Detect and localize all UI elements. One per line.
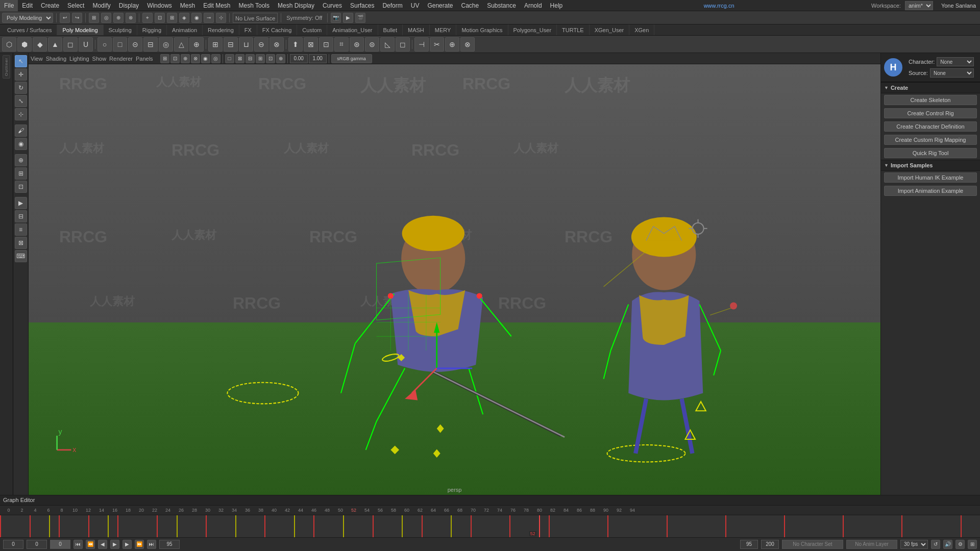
mirror-icon[interactable]: ⊣ bbox=[414, 37, 429, 52]
camera-icon[interactable]: 📷 bbox=[331, 13, 341, 23]
snap-view-btn[interactable]: ⊡ bbox=[15, 181, 27, 193]
menu-file[interactable]: File bbox=[0, 0, 18, 11]
fill-hole-icon[interactable]: ⊡ bbox=[319, 37, 333, 52]
poly-cube-icon[interactable]: □ bbox=[113, 37, 127, 52]
quad-icon[interactable]: ◻ bbox=[396, 37, 410, 52]
shelf-tab-sculpting[interactable]: Sculpting bbox=[104, 24, 137, 36]
separate-icon[interactable]: ⊟ bbox=[224, 37, 238, 52]
poly-plane-icon[interactable]: ⊟ bbox=[143, 37, 158, 52]
render-icon[interactable]: ▶ bbox=[343, 13, 353, 23]
import-animation-btn[interactable]: Import Animation Example bbox=[884, 186, 977, 196]
vp-menu-lighting[interactable]: Lighting bbox=[69, 56, 89, 62]
vp-color-space[interactable]: sRGB gamma bbox=[331, 54, 372, 63]
subdiv-icon[interactable]: ⊛ bbox=[350, 37, 364, 52]
import-section-header[interactable]: ▼ Import Samples bbox=[881, 160, 980, 171]
shelf-tab-fx[interactable]: FX bbox=[239, 24, 257, 36]
shelf-tab-animation-user[interactable]: Animation_User bbox=[327, 24, 378, 36]
channel-btn[interactable]: ⊠ bbox=[15, 237, 27, 249]
layer-btn[interactable]: ⊟ bbox=[15, 210, 27, 222]
vp-icon-4[interactable]: ⊗ bbox=[191, 54, 200, 63]
no-anim-layer-btn[interactable]: No Anim Layer bbox=[846, 540, 897, 549]
timeline-tracks[interactable]: 52 bbox=[0, 515, 980, 537]
bridge-icon[interactable]: ⊠ bbox=[304, 37, 318, 52]
shelf-tab-turtle[interactable]: TURTLE bbox=[557, 24, 590, 36]
shelf-tab-bullet[interactable]: Bullet bbox=[378, 24, 403, 36]
vp-icon-1[interactable]: ⊞ bbox=[160, 54, 169, 63]
create-section-header[interactable]: ▼ Create bbox=[881, 82, 980, 93]
snap-icon-5[interactable]: ◉ bbox=[191, 13, 202, 23]
menu-curves[interactable]: Curves bbox=[318, 0, 346, 11]
menu-create[interactable]: Create bbox=[37, 0, 63, 11]
snap-icon-3[interactable]: ⊞ bbox=[167, 13, 177, 23]
end-frame-input[interactable] bbox=[159, 540, 180, 549]
vp-menu-panels[interactable]: Panels bbox=[136, 56, 153, 62]
next-frame-btn[interactable]: ⏩ bbox=[135, 540, 144, 549]
rotate-tool-btn[interactable]: ↻ bbox=[15, 82, 27, 94]
render-btn[interactable]: ▶ bbox=[15, 197, 27, 209]
import-human-ik-btn[interactable]: Import Human IK Example bbox=[884, 172, 977, 183]
create-character-definition-btn[interactable]: Create Character Definition bbox=[884, 121, 977, 132]
vp-icon-3[interactable]: ⊕ bbox=[181, 54, 190, 63]
fps-select[interactable]: 30 fps 24 fps 60 fps bbox=[900, 540, 928, 549]
select-face-icon[interactable]: ◻ bbox=[63, 37, 78, 52]
extrude-icon[interactable]: ⬆ bbox=[288, 37, 303, 52]
vp-icon-9[interactable]: ⊟ bbox=[246, 54, 255, 63]
menu-substance[interactable]: Substance bbox=[483, 0, 520, 11]
create-control-rig-btn[interactable]: Create Control Rig bbox=[884, 108, 977, 118]
vp-icon-10[interactable]: ⊞ bbox=[256, 54, 265, 63]
vp-icon-11[interactable]: ⊡ bbox=[266, 54, 275, 63]
menu-windows[interactable]: Windows bbox=[143, 0, 176, 11]
timeline-numbers[interactable]: 0 2 4 6 8 10 12 14 16 18 20 22 24 26 28 … bbox=[0, 506, 980, 515]
shelf-tab-motion-graphics[interactable]: Motion Graphics bbox=[456, 24, 508, 36]
vp-icon-7[interactable]: □ bbox=[225, 54, 234, 63]
shelf-tab-mery[interactable]: MERY bbox=[430, 24, 457, 36]
menu-help[interactable]: Help bbox=[546, 0, 567, 11]
shelf-tab-custom[interactable]: Custom bbox=[297, 24, 327, 36]
character-select[interactable]: None bbox=[937, 57, 974, 66]
snap-icon-6[interactable]: ⊸ bbox=[204, 13, 214, 23]
go-start-btn[interactable]: ⏮ bbox=[74, 540, 83, 549]
select-all-icon[interactable]: ⬡ bbox=[2, 37, 16, 52]
workspace-select[interactable]: anim* bbox=[905, 1, 933, 10]
transform-tool-btn[interactable]: ⊹ bbox=[15, 108, 27, 120]
vp-menu-view[interactable]: View bbox=[31, 56, 43, 62]
snap-icon-1[interactable]: ⌖ bbox=[142, 13, 153, 23]
shelf-tab-fx-caching[interactable]: FX Caching bbox=[257, 24, 297, 36]
vp-icon-8[interactable]: ⊠ bbox=[235, 54, 244, 63]
menu-mesh[interactable]: Mesh bbox=[176, 0, 199, 11]
anim-icon[interactable]: 🎬 bbox=[355, 13, 365, 23]
play-btn[interactable]: ▶ bbox=[110, 540, 119, 549]
create-custom-rig-mapping-btn[interactable]: Create Custom Rig Mapping bbox=[884, 135, 977, 145]
shelf-tab-mash[interactable]: MASH bbox=[403, 24, 430, 36]
soft-select-btn[interactable]: ◉ bbox=[15, 138, 27, 150]
shelf-tab-xgen[interactable]: XGen bbox=[629, 24, 654, 36]
boolean-intersection-icon[interactable]: ⊗ bbox=[270, 37, 284, 52]
tool-icon-4[interactable]: ⊗ bbox=[126, 13, 136, 23]
create-skeleton-btn[interactable]: Create Skeleton bbox=[884, 95, 977, 105]
cut-icon[interactable]: ✂ bbox=[430, 37, 444, 52]
menu-mesh-display[interactable]: Mesh Display bbox=[274, 0, 318, 11]
poly-disk-icon[interactable]: ⊕ bbox=[189, 37, 204, 52]
smooth-icon[interactable]: ⌗ bbox=[334, 37, 349, 52]
select-vertex-icon[interactable]: ◆ bbox=[33, 37, 47, 52]
vp-icon-6[interactable]: ◎ bbox=[211, 54, 220, 63]
weld-icon[interactable]: ⊕ bbox=[445, 37, 459, 52]
vp-icon-5[interactable]: ◉ bbox=[201, 54, 210, 63]
viewport-sync-btn[interactable]: ⊞ bbox=[968, 540, 977, 549]
quick-rig-tool-btn[interactable]: Quick Rig Tool bbox=[884, 148, 977, 158]
poly-cone-icon[interactable]: △ bbox=[174, 37, 188, 52]
prev-key-input[interactable] bbox=[27, 540, 47, 549]
shelf-tab-curves-surfaces[interactable]: Curves / Surfaces bbox=[2, 24, 57, 36]
range-end-input[interactable] bbox=[740, 540, 758, 549]
vp-menu-renderer[interactable]: Renderer bbox=[109, 56, 133, 62]
poly-sphere-icon[interactable]: ○ bbox=[97, 37, 112, 52]
viewport-canvas[interactable]: RRCG 人人素材 RRCG 人人素材 RRCG 人人素材 人人素材 RRCG … bbox=[29, 64, 880, 495]
start-frame-input[interactable] bbox=[3, 540, 23, 549]
menu-cache[interactable]: Cache bbox=[457, 0, 483, 11]
current-frame-input[interactable] bbox=[50, 540, 70, 549]
outliner-tab[interactable]: Outliner bbox=[3, 55, 10, 79]
go-end-btn[interactable]: ⏭ bbox=[147, 540, 156, 549]
shelf-tab-animation[interactable]: Animation bbox=[167, 24, 203, 36]
menu-mesh-tools[interactable]: Mesh Tools bbox=[235, 0, 274, 11]
prev-key-btn[interactable]: ◀ bbox=[98, 540, 107, 549]
